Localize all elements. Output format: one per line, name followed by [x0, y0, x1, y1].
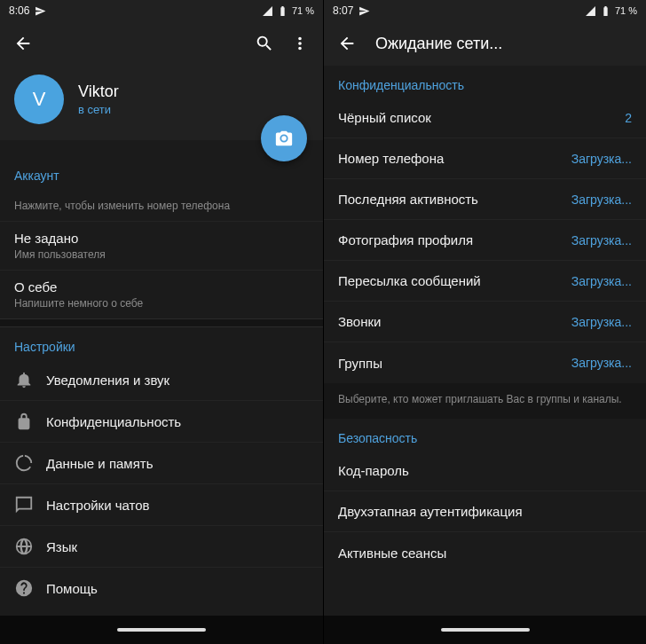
privacy-screen: 8:07 71 % Ожидание сети... Конфиденциаль…: [323, 0, 646, 644]
signal-icon: [585, 5, 596, 17]
data-usage-icon: [14, 453, 34, 473]
settings-item-label: Язык: [46, 539, 77, 554]
lock-icon: [14, 412, 34, 431]
app-bar: Ожидание сети...: [324, 21, 646, 66]
telegram-icon: [358, 5, 370, 17]
row-label: Пересылка сообщений: [338, 273, 571, 288]
telegram-icon: [35, 5, 46, 17]
back-button[interactable]: [5, 26, 41, 61]
row-label: Фотография профиля: [338, 232, 571, 247]
settings-profile-screen: 8:06 71 % V Viktor в сети: [0, 0, 323, 644]
settings-item-help[interactable]: Помощь: [0, 568, 323, 609]
section-settings: Настройки: [0, 327, 323, 359]
help-icon: [14, 578, 34, 598]
settings-item-label: Уведомления и звук: [46, 373, 169, 388]
privacy-row-blocklist[interactable]: Чёрный список 2: [324, 98, 646, 138]
section-divider: [0, 318, 323, 327]
avatar[interactable]: V: [14, 75, 64, 124]
bio-value: О себе: [14, 279, 309, 295]
settings-item-label: Настройки чатов: [46, 498, 150, 513]
battery-percent: 71 %: [615, 5, 637, 16]
row-value: 2: [625, 111, 632, 125]
settings-scroll: Аккаунт Нажмите, чтобы изменить номер те…: [0, 140, 323, 616]
search-icon: [255, 34, 274, 53]
settings-item-label: Конфиденциальность: [46, 414, 181, 429]
status-time: 8:07: [333, 4, 353, 17]
more-button[interactable]: [282, 26, 318, 61]
row-value: Загрузка...: [571, 315, 632, 329]
security-row-passcode[interactable]: Код-пароль: [324, 451, 646, 491]
phone-row[interactable]: Нажмите, чтобы изменить номер телефона: [0, 188, 323, 222]
row-value: Загрузка...: [571, 356, 632, 370]
camera-icon: [274, 129, 294, 148]
bio-hint: Напишите немного о себе: [14, 297, 309, 310]
row-value: Загрузка...: [571, 152, 632, 166]
privacy-footnote: Выберите, кто может приглашать Вас в гру…: [324, 383, 646, 419]
nav-bar: [0, 616, 323, 644]
row-label: Группы: [338, 356, 571, 371]
settings-item-privacy[interactable]: Конфиденциальность: [0, 401, 323, 443]
username-row[interactable]: Не задано Имя пользователя: [0, 222, 323, 271]
section-security: Безопасность: [324, 419, 646, 451]
settings-item-label: Данные и память: [46, 456, 154, 471]
search-button[interactable]: [247, 26, 282, 61]
arrow-back-icon: [337, 34, 357, 53]
section-privacy: Конфиденциальность: [324, 66, 646, 98]
avatar-initial: V: [33, 88, 46, 111]
more-vert-icon: [290, 34, 310, 53]
status-bar: 8:07 71 %: [324, 0, 646, 21]
privacy-row-calls[interactable]: Звонки Загрузка...: [324, 302, 646, 342]
nav-pill[interactable]: [441, 628, 530, 632]
row-value: Загрузка...: [571, 274, 632, 288]
battery-icon: [277, 5, 288, 17]
privacy-row-lastseen[interactable]: Последняя активность Загрузка...: [324, 179, 646, 220]
row-label: Номер телефона: [338, 151, 571, 166]
profile-header: V Viktor в сети: [0, 66, 323, 140]
settings-item-language[interactable]: Язык: [0, 526, 323, 568]
status-bar: 8:06 71 %: [0, 0, 323, 21]
settings-item-label: Помощь: [46, 581, 98, 596]
username-hint: Имя пользователя: [14, 248, 309, 261]
arrow-back-icon: [13, 34, 33, 53]
phone-hint: Нажмите, чтобы изменить номер телефона: [14, 200, 309, 212]
settings-item-notifications[interactable]: Уведомления и звук: [0, 359, 323, 401]
row-label: Последняя активность: [338, 192, 571, 207]
security-row-sessions[interactable]: Активные сеансы: [324, 532, 646, 573]
row-value: Загрузка...: [571, 192, 632, 207]
status-time: 8:06: [9, 4, 29, 17]
back-button[interactable]: [329, 26, 365, 61]
settings-item-chats[interactable]: Настройки чатов: [0, 484, 323, 526]
security-row-two-step[interactable]: Двухэтапная аутентификация: [324, 491, 646, 532]
page-title: Ожидание сети...: [375, 35, 502, 53]
row-label: Чёрный список: [338, 110, 625, 125]
row-label: Активные сеансы: [338, 546, 632, 561]
username-value: Не задано: [14, 231, 309, 246]
battery-icon: [600, 5, 611, 17]
bio-row[interactable]: О себе Напишите немного о себе: [0, 271, 323, 318]
row-label: Двухэтапная аутентификация: [338, 504, 632, 519]
app-bar: [0, 21, 323, 66]
row-label: Код-пароль: [338, 463, 632, 478]
globe-icon: [14, 537, 34, 556]
nav-pill[interactable]: [117, 628, 206, 632]
battery-percent: 71 %: [292, 5, 314, 16]
row-value: Загрузка...: [571, 233, 632, 247]
bell-icon: [14, 370, 34, 389]
nav-bar: [324, 616, 646, 644]
row-label: Звонки: [338, 314, 571, 329]
signal-icon: [262, 5, 273, 17]
privacy-row-groups[interactable]: Группы Загрузка...: [324, 342, 646, 383]
chat-icon: [14, 495, 34, 514]
privacy-row-forward[interactable]: Пересылка сообщений Загрузка...: [324, 261, 646, 302]
profile-status: в сети: [78, 103, 119, 116]
privacy-row-phone[interactable]: Номер телефона Загрузка...: [324, 138, 646, 179]
privacy-row-profilephoto[interactable]: Фотография профиля Загрузка...: [324, 220, 646, 261]
settings-item-data[interactable]: Данные и память: [0, 443, 323, 484]
profile-name: Viktor: [78, 82, 119, 101]
privacy-scroll: Конфиденциальность Чёрный список 2 Номер…: [324, 66, 646, 616]
change-photo-button[interactable]: [261, 115, 307, 161]
